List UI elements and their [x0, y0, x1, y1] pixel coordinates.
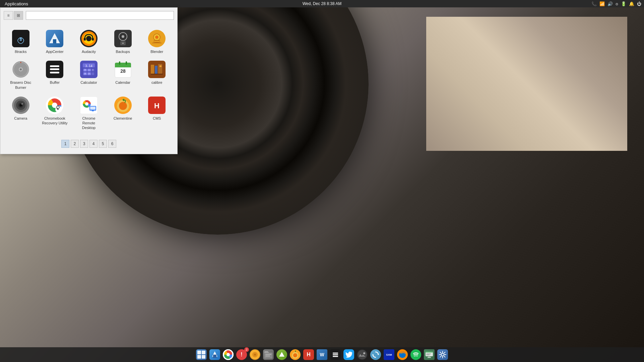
app-label-chrome-remote: Chrome Remote Desktop	[75, 116, 102, 130]
taskbar-mintupdate[interactable]	[276, 349, 288, 361]
search-input[interactable]	[26, 11, 174, 20]
svg-point-73	[119, 102, 127, 110]
page-3-button[interactable]: 3	[80, 140, 88, 148]
taskbar-files[interactable]	[262, 349, 274, 361]
page-2-button[interactable]: 2	[71, 140, 79, 148]
taskbar-photo[interactable]	[356, 349, 368, 361]
battery-icon[interactable]: 🔋	[621, 1, 626, 6]
svg-rect-104	[426, 352, 433, 353]
app-item-backups[interactable]: Backups	[106, 26, 140, 57]
page-1-button[interactable]: 1	[61, 140, 69, 148]
svg-rect-35	[91, 72, 94, 75]
svg-rect-88	[265, 354, 271, 355]
app-item-clementine[interactable]: Clementine	[106, 93, 140, 134]
app-label-blender: Blender	[150, 49, 163, 54]
svg-rect-9	[84, 38, 86, 41]
taskbar-updates[interactable]: ! 2	[236, 349, 248, 361]
power-icon[interactable]: ⏻	[637, 1, 641, 6]
svg-rect-77	[202, 351, 205, 354]
taskbar-clementine[interactable]	[289, 349, 301, 361]
view-buttons: ≡ ⊞	[4, 11, 23, 20]
taskbar-settings[interactable]	[437, 349, 449, 361]
svg-text:3.14: 3.14	[85, 64, 92, 68]
svg-marker-90	[279, 352, 284, 357]
taskbar-hiri[interactable]: H	[303, 349, 315, 361]
svg-rect-52	[159, 65, 162, 67]
clementine-icon	[114, 97, 132, 114]
svg-rect-95	[333, 354, 338, 355]
backups-icon	[114, 30, 132, 47]
mint-icon	[250, 349, 260, 360]
app-grid: 8 8tracks	[4, 23, 174, 137]
taskbar-pair[interactable]	[370, 349, 382, 361]
svg-point-86	[254, 354, 256, 356]
app-item-8tracks[interactable]: 8 8tracks	[4, 26, 38, 57]
svg-rect-4	[53, 39, 56, 43]
svg-rect-89	[265, 356, 270, 356]
blender-icon	[148, 30, 166, 47]
taskbar-writer[interactable]: W	[316, 349, 328, 361]
svg-rect-48	[151, 65, 154, 74]
app-label-backups: Backups	[116, 49, 130, 54]
app-label-appcenter: AppCenter	[46, 49, 64, 54]
app-item-chromebook[interactable]: Chromebook Recovery Utility	[38, 93, 72, 134]
app-label-clementine: Clementine	[114, 116, 132, 121]
spotify-icon	[410, 349, 421, 360]
grid-view-button[interactable]: ⊞	[14, 11, 23, 20]
svg-rect-68	[90, 107, 95, 110]
pair-icon	[370, 349, 381, 360]
app-item-calculator[interactable]: 3.14 + - = × ÷ Calculator	[72, 57, 106, 93]
appcenter-icon	[46, 30, 63, 47]
sxm-icon: SXM	[384, 349, 394, 360]
app-item-blender[interactable]: Blender	[140, 26, 174, 57]
app-item-brasero[interactable]: Brasero Disc Burner	[4, 57, 38, 93]
taskbar-mint[interactable]	[249, 349, 261, 361]
list-view-button[interactable]: ≡	[4, 11, 13, 20]
svg-text:×: ×	[84, 72, 86, 75]
taskbar-start[interactable]	[195, 349, 207, 361]
panel-right: 📞 📶 🔊 ⌾ 🔋 🔔 ⏻	[591, 1, 641, 6]
svg-point-83	[227, 353, 230, 356]
taskbar-spotify[interactable]	[410, 349, 422, 361]
buffer-tb-icon	[330, 349, 341, 360]
app-item-cms[interactable]: H CMS	[140, 93, 174, 134]
volume-icon[interactable]: 🔊	[607, 1, 613, 6]
phone-icon[interactable]: 📞	[591, 1, 597, 6]
mintupdate-icon	[276, 349, 287, 360]
notification-icon[interactable]: 🔔	[629, 1, 634, 6]
panel-datetime: Wed, Dec 28 8:38 AM	[303, 1, 342, 6]
network-icon[interactable]: 📶	[599, 1, 605, 6]
svg-text:28: 28	[120, 68, 126, 74]
wifi-icon[interactable]: ⌾	[616, 1, 618, 6]
files-icon	[263, 349, 274, 360]
panel-left: Applications	[3, 1, 30, 6]
taskbar-appget[interactable]	[209, 349, 221, 361]
taskbar-mintwelcome[interactable]	[423, 349, 435, 361]
page-4-button[interactable]: 4	[89, 140, 98, 148]
svg-text:+: +	[84, 69, 86, 71]
app-launcher: ≡ ⊞ 8 8tracks	[0, 7, 178, 154]
taskbar-sxm[interactable]: SXM	[383, 349, 395, 361]
app-item-calibre[interactable]: calibre	[140, 57, 174, 93]
taskbar-firefox[interactable]	[396, 349, 408, 361]
calibre-icon	[148, 61, 166, 78]
taskbar: ! 2	[0, 347, 644, 362]
applications-menu[interactable]: Applications	[3, 1, 30, 6]
svg-point-15	[122, 43, 124, 44]
page-5-button[interactable]: 5	[99, 140, 107, 148]
taskbar-buffer-tb[interactable]	[329, 349, 341, 361]
app-item-buffer[interactable]: Buffer	[38, 57, 72, 93]
calendar-icon: 28	[114, 61, 132, 78]
buffer-icon	[46, 61, 63, 78]
app-item-appcenter[interactable]: AppCenter	[38, 26, 72, 57]
svg-rect-43	[115, 65, 131, 67]
app-item-calendar[interactable]: 28 Calendar	[106, 57, 140, 93]
app-item-chrome-remote[interactable]: Chrome Remote Desktop	[72, 93, 106, 134]
svg-rect-81	[213, 355, 216, 358]
taskbar-twitter[interactable]	[343, 349, 355, 361]
taskbar-chrome[interactable]	[222, 349, 234, 361]
app-item-audacity[interactable]: Audacity	[72, 26, 106, 57]
app-item-camera[interactable]: Camera	[4, 93, 38, 134]
cms-icon: H	[148, 97, 166, 114]
page-6-button[interactable]: 6	[108, 140, 116, 148]
